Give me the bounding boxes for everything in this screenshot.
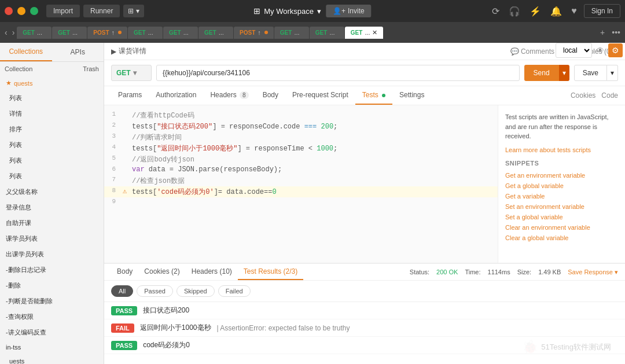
send-dropdown-button[interactable]: ▾ (559, 65, 569, 81)
tab-label: ... (329, 29, 334, 36)
tab-item[interactable]: GET ... (198, 27, 233, 39)
list-item[interactable]: 自助开课 (0, 215, 104, 231)
method-label: GET (315, 30, 328, 36)
tab-overflow-button[interactable]: ••• (609, 27, 623, 38)
tab-nav-right[interactable]: › (10, 28, 17, 37)
code-link[interactable]: Code (601, 87, 618, 104)
tab-params[interactable]: Params (111, 86, 149, 105)
list-item[interactable]: 列表 (0, 153, 104, 168)
list-item[interactable]: in-tss (0, 340, 104, 354)
code-editor[interactable]: 1 //查看httpCode码 2 tests["接口状态码200"] = re… (104, 105, 498, 263)
tab-pre-request[interactable]: Pre-request Script (285, 86, 355, 105)
save-response-button[interactable]: Save Response ▾ (568, 269, 618, 276)
save-dropdown-button[interactable]: ▾ (607, 65, 618, 81)
tab-item[interactable]: GET ... (52, 27, 87, 39)
list-item[interactable]: 登录信息 (0, 200, 104, 215)
code-line-2: 2 tests["接口状态码200"] = responseCode.code … (104, 121, 498, 132)
settings-gear-button[interactable]: ⚙ (608, 43, 623, 57)
import-button[interactable]: Import (46, 5, 80, 17)
more-button[interactable]: ⊞ ▾ (123, 5, 144, 17)
snippet-item[interactable]: Get an environment variable (505, 170, 618, 181)
method-label: GET (134, 30, 146, 36)
tab-item[interactable]: POST ↑ (87, 27, 127, 39)
tab-item[interactable]: GET ... (128, 27, 163, 39)
send-button[interactable]: Send (524, 65, 559, 81)
list-item[interactable]: -判断是否能删除 (0, 293, 104, 309)
list-item[interactable]: 详情 (0, 106, 104, 122)
filter-failed-button[interactable]: Failed (218, 285, 251, 297)
status-badge: PASS (111, 341, 137, 350)
tab-item-active[interactable]: GET ... ✕ (345, 27, 383, 39)
invite-button[interactable]: 👤+ Invite (326, 5, 372, 17)
list-item[interactable]: 排序 (0, 122, 104, 137)
tab-body[interactable]: Body (256, 86, 285, 105)
heart-icon-button[interactable]: ♥ (569, 3, 579, 19)
method-label: POST (93, 30, 109, 36)
test-results-list: PASS 接口状态码200 FAIL 返回时间小于1000毫秒 | Assert… (104, 302, 625, 364)
list-item[interactable]: 列表 (0, 168, 104, 184)
tab-headers[interactable]: Headers 8 (203, 86, 255, 105)
code-line-7: 7 //检查json数据 (104, 175, 498, 186)
sidebar-tab-collections[interactable]: Collections (0, 43, 52, 61)
headset-icon-button[interactable]: 🎧 (506, 3, 523, 19)
snippet-item[interactable]: Clear an environment variable (505, 222, 618, 233)
filter-skipped-button[interactable]: Skipped (177, 285, 215, 297)
snippet-item[interactable]: Clear a global variable (505, 233, 618, 243)
headers-badge: 8 (240, 91, 249, 99)
bottom-tab-cookies[interactable]: Cookies (2) (138, 264, 185, 280)
snippets-learn-more[interactable]: Learn more about tests scripts (505, 146, 591, 153)
list-item[interactable]: 列表 (0, 137, 104, 153)
sync-icon-button[interactable]: ⟳ (490, 3, 502, 19)
sidebar-actions: Collection Trash (0, 62, 104, 76)
snippet-item[interactable]: Get a variable (505, 191, 618, 201)
signin-button[interactable]: Sign In (584, 4, 620, 18)
tab-settings[interactable]: Settings (392, 86, 431, 105)
snippet-item[interactable]: Set a global variable (505, 212, 618, 222)
user-plus-icon: 👤+ (333, 7, 345, 15)
snippet-item[interactable]: Set an environment variable (505, 201, 618, 212)
tab-item[interactable]: GET ... (274, 27, 309, 39)
bottom-tab-body[interactable]: Body (111, 264, 138, 280)
list-item[interactable]: uests (0, 354, 104, 364)
tab-tests[interactable]: Tests (355, 86, 392, 105)
method-label: GET (23, 30, 35, 36)
list-item[interactable]: 列表 (0, 90, 104, 106)
url-input[interactable] (156, 65, 520, 81)
chevron-down-icon: ▾ (133, 69, 137, 77)
tab-authorization[interactable]: Authorization (149, 86, 203, 105)
runner-button[interactable]: Runner (83, 5, 120, 17)
workspace-button[interactable]: ⊞ My Workspace ▾ (253, 6, 321, 16)
chevron-down-icon: ▾ (136, 7, 139, 15)
list-item[interactable]: -查询权限 (0, 309, 104, 325)
sidebar-tab-apis[interactable]: APIs (52, 43, 104, 61)
list-item[interactable]: -删除日志记录 (0, 262, 104, 278)
bell-icon-button[interactable]: 🔔 (548, 3, 564, 19)
tab-item[interactable]: GET ... (310, 27, 344, 39)
env-select[interactable]: local (556, 43, 592, 58)
list-item[interactable]: ★ quests (0, 76, 104, 90)
filter-passed-button[interactable]: Passed (137, 285, 173, 297)
env-eye-button[interactable]: 👁 (594, 44, 606, 57)
list-item[interactable]: 课学员列表 (0, 231, 104, 247)
snippet-item[interactable]: Get a global variable (505, 181, 618, 191)
save-button[interactable]: Save (574, 65, 607, 81)
trash-label[interactable]: Trash (83, 65, 99, 72)
tab-nav-left[interactable]: ‹ (2, 28, 10, 37)
list-item[interactable]: 义父级名称 (0, 184, 104, 200)
tab-item[interactable]: GET ... (17, 27, 52, 39)
tab-item[interactable]: POST ↑ (234, 27, 274, 39)
new-tab-button[interactable]: + (598, 27, 607, 38)
tabs-bar: ‹ › GET ... GET ... POST ↑ GET ... GET .… (0, 22, 625, 43)
list-item[interactable]: 出课学员列表 (0, 247, 104, 262)
method-select[interactable]: GET ▾ (111, 65, 152, 81)
list-item[interactable]: -讲义编码反查 (0, 325, 104, 340)
filter-all-button[interactable]: All (111, 285, 133, 297)
collection-label: Collection (5, 65, 32, 72)
bottom-tab-headers[interactable]: Headers (10) (186, 264, 238, 280)
cookies-link[interactable]: Cookies (571, 87, 595, 104)
tab-item[interactable]: GET ... (163, 27, 198, 39)
list-item[interactable]: -删除 (0, 278, 104, 293)
bottom-tab-test-results[interactable]: Test Results (2/3) (238, 264, 303, 280)
flash-icon-button[interactable]: ⚡ (527, 3, 543, 19)
save-btn-group: Save ▾ (574, 65, 618, 81)
